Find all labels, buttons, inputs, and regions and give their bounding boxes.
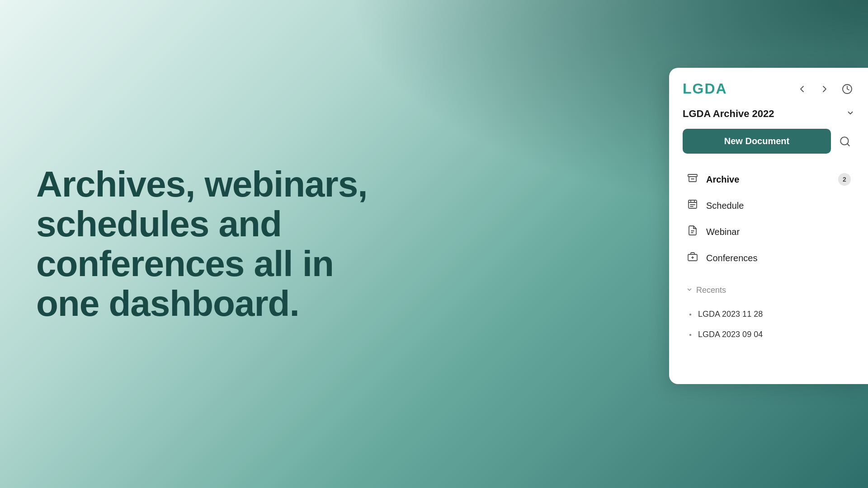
recents-chevron-icon: [686, 286, 693, 294]
chevron-right-icon: [819, 84, 830, 94]
new-document-button[interactable]: New Document: [683, 129, 831, 154]
recent-bullet-icon-1: ●: [689, 332, 692, 337]
archive-dropdown[interactable]: LGDA Archive 2022: [683, 108, 854, 120]
recent-item-0[interactable]: ● LGDA 2023 11 28: [683, 304, 854, 324]
back-button[interactable]: [795, 82, 809, 96]
action-row: New Document: [683, 129, 854, 154]
nav-icons: [795, 82, 854, 96]
forward-button[interactable]: [817, 82, 832, 96]
svg-line-2: [847, 144, 849, 146]
recents-list: ● LGDA 2023 11 28 ● LGDA 2023 09 04: [683, 304, 854, 345]
menu-label-conferences: Conferences: [706, 253, 851, 263]
menu-list: Archive 2 Schedule: [683, 166, 854, 271]
recents-section-header[interactable]: Recents: [683, 284, 854, 297]
recent-label-1: LGDA 2023 09 04: [698, 330, 763, 339]
search-button[interactable]: [835, 132, 854, 151]
archive-dropdown-label: LGDA Archive 2022: [683, 108, 774, 120]
conferences-icon: [686, 251, 699, 265]
panel-header: LGDA: [683, 80, 854, 97]
archive-badge: 2: [838, 173, 851, 186]
logo: LGDA: [683, 80, 727, 97]
clock-icon: [842, 84, 853, 94]
hero-heading: Archives, webinars, schedules and confer…: [36, 164, 375, 324]
menu-item-webinar[interactable]: Webinar: [683, 219, 854, 245]
recents-label: Recents: [696, 286, 726, 295]
recent-item-1[interactable]: ● LGDA 2023 09 04: [683, 324, 854, 345]
svg-rect-5: [689, 200, 697, 208]
archive-icon: [686, 173, 699, 186]
history-button[interactable]: [840, 82, 854, 96]
schedule-icon: [686, 199, 699, 212]
sidebar-panel: LGDA LGDA Archive 2022: [669, 68, 868, 384]
chevron-left-icon: [797, 84, 807, 94]
svg-rect-3: [688, 174, 697, 177]
recent-bullet-icon: ●: [689, 312, 692, 317]
dropdown-chevron-icon: [846, 109, 854, 119]
hero-section: Archives, webinars, schedules and confer…: [36, 164, 375, 324]
menu-label-webinar: Webinar: [706, 227, 851, 237]
menu-item-schedule[interactable]: Schedule: [683, 192, 854, 219]
webinar-icon: [686, 225, 699, 239]
recent-label-0: LGDA 2023 11 28: [698, 310, 763, 319]
menu-item-archive[interactable]: Archive 2: [683, 166, 854, 192]
search-icon: [839, 136, 851, 147]
menu-item-conferences[interactable]: Conferences: [683, 245, 854, 271]
menu-label-archive: Archive: [706, 174, 831, 185]
menu-label-schedule: Schedule: [706, 201, 851, 211]
